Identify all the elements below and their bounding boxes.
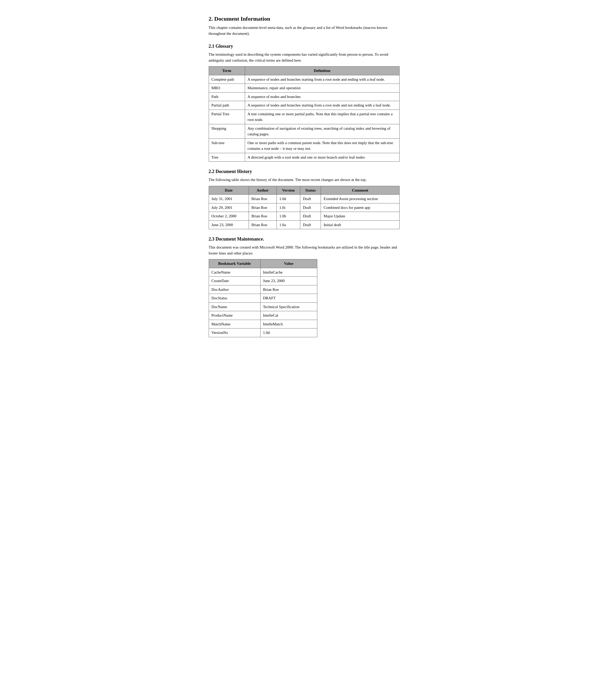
table-row: Partial pathA sequence of nodes and bran… <box>209 101 399 110</box>
bookmark-value: IntelleMatch <box>260 320 317 329</box>
bookmark-value: IntelleCat <box>260 311 317 320</box>
section2-title: 2. Document Information <box>209 16 400 22</box>
history-author: Brian Roe <box>249 203 277 212</box>
bookmark-variable: VersionNo <box>209 329 260 337</box>
glossary-term: Partial path <box>209 101 245 110</box>
section22-title: 2.2 Document History <box>209 169 400 174</box>
table-row: June 23, 2000Brian Roe1.0aDraftInitial d… <box>209 220 399 229</box>
history-col-author: Author <box>249 186 277 195</box>
glossary-definition: A tree containing one or more partial pa… <box>245 110 399 124</box>
table-row: PathA sequence of nodes and branches <box>209 92 399 101</box>
section21-intro: The terminology used in describing the s… <box>209 52 400 63</box>
history-version: 1.0a <box>277 220 300 229</box>
section22-intro: The following table shows the history of… <box>209 177 400 183</box>
table-row: DocAuthorBrian Roe <box>209 285 317 294</box>
table-row: Partial TreeA tree containing one or mor… <box>209 110 399 124</box>
history-date: July 29, 2001 <box>209 203 249 212</box>
table-row: Complete pathA sequence of nodes and bra… <box>209 75 399 84</box>
bookmark-value: DRAFT <box>260 294 317 303</box>
glossary-table: Term Definition Complete pathA sequence … <box>209 66 400 162</box>
table-row: MROMaintenance, repair and operation <box>209 84 399 93</box>
glossary-term: MRO <box>209 84 245 93</box>
table-row: VersionNo1.0d <box>209 329 317 337</box>
table-row: October 2, 2000Brian Roe1.0bDraftMajor U… <box>209 212 399 221</box>
history-author: Brian Roe <box>249 220 277 229</box>
table-row: ShoppingAny combination of navigation of… <box>209 124 399 138</box>
history-status: Draft <box>300 220 321 229</box>
history-version: 1.0c <box>277 203 300 212</box>
table-row: CacheNameIntelleCache <box>209 268 317 277</box>
table-row: ProductNameIntelleCat <box>209 311 317 320</box>
history-date: June 23, 2000 <box>209 220 249 229</box>
history-table: Date Author Version Status Comment July … <box>209 186 400 230</box>
table-row: MatchNameIntelleMatch <box>209 320 317 329</box>
history-comment: Combined docs for patent app <box>321 203 399 212</box>
bookmark-col-variable: Bookmark Variable <box>209 259 260 268</box>
bookmark-variable: DocName <box>209 303 260 311</box>
history-col-date: Date <box>209 186 249 195</box>
history-status: Draft <box>300 212 321 221</box>
glossary-definition: Maintenance, repair and operation <box>245 84 399 93</box>
bookmark-col-value: Value <box>260 259 317 268</box>
history-version: 1.0d <box>277 195 300 203</box>
bookmark-variable: DocAuthor <box>209 285 260 294</box>
glossary-col-term: Term <box>209 66 245 75</box>
bookmark-value: Technical Specification <box>260 303 317 311</box>
history-col-comment: Comment <box>321 186 399 195</box>
history-comment: Extended Assist processing section <box>321 195 399 203</box>
glossary-definition: Any combination of navigation of existin… <box>245 124 399 138</box>
bookmark-variable: CreateDate <box>209 277 260 286</box>
table-row: CreateDateJune 23, 2000 <box>209 277 317 286</box>
history-col-status: Status <box>300 186 321 195</box>
glossary-term: Shopping <box>209 124 245 138</box>
bookmark-value: June 23, 2000 <box>260 277 317 286</box>
section23-intro: This document was created with Microsoft… <box>209 245 400 256</box>
glossary-definition: One or more paths with a common parent n… <box>245 138 399 153</box>
history-comment: Initial draft <box>321 220 399 229</box>
history-author: Brian Roe <box>249 212 277 221</box>
section2-intro: This chapter contains document-level met… <box>209 25 400 36</box>
section23-title: 2.3 Document Maintenance. <box>209 236 400 242</box>
table-row: July 29, 2001Brian Roe1.0cDraftCombined … <box>209 203 399 212</box>
table-row: DocNameTechnical Specification <box>209 303 317 311</box>
bookmark-table: Bookmark Variable Value CacheNameIntelle… <box>209 259 317 337</box>
history-date: October 2, 2000 <box>209 212 249 221</box>
glossary-definition: A directed graph with a root node and on… <box>245 153 399 162</box>
history-status: Draft <box>300 195 321 203</box>
table-row: Sub-treeOne or more paths with a common … <box>209 138 399 153</box>
glossary-term: Tree <box>209 153 245 162</box>
bookmark-variable: MatchName <box>209 320 260 329</box>
history-version: 1.0b <box>277 212 300 221</box>
glossary-col-definition: Definition <box>245 66 399 75</box>
table-row: July 31, 2001Brian Roe1.0dDraftExtended … <box>209 195 399 203</box>
bookmark-variable: DocStatus <box>209 294 260 303</box>
glossary-definition: A sequence of nodes and branches startin… <box>245 75 399 84</box>
bookmark-variable: CacheName <box>209 268 260 277</box>
glossary-term: Partial Tree <box>209 110 245 124</box>
bookmark-variable: ProductName <box>209 311 260 320</box>
glossary-definition: A sequence of nodes and branches startin… <box>245 101 399 110</box>
glossary-term: Path <box>209 92 245 101</box>
section21-title: 2.1 Glossary <box>209 43 400 49</box>
bookmark-value: 1.0d <box>260 329 317 337</box>
bookmark-value: Brian Roe <box>260 285 317 294</box>
glossary-term: Complete path <box>209 75 245 84</box>
table-row: DocStatusDRAFT <box>209 294 317 303</box>
bookmark-value: IntelleCache <box>260 268 317 277</box>
glossary-term: Sub-tree <box>209 138 245 153</box>
history-author: Brian Roe <box>249 195 277 203</box>
history-col-version: Version <box>277 186 300 195</box>
glossary-definition: A sequence of nodes and branches <box>245 92 399 101</box>
history-date: July 31, 2001 <box>209 195 249 203</box>
history-status: Draft <box>300 203 321 212</box>
history-comment: Major Update <box>321 212 399 221</box>
table-row: TreeA directed graph with a root node an… <box>209 153 399 162</box>
